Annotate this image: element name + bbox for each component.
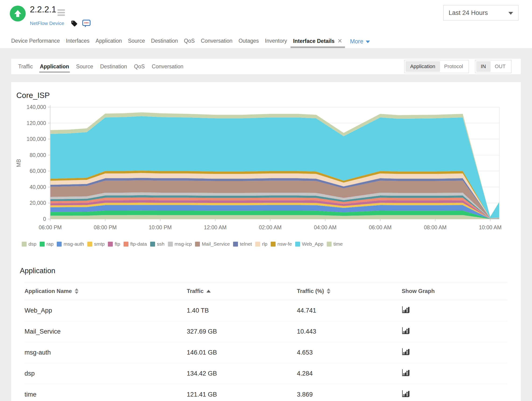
show-graph-button[interactable] <box>402 390 410 397</box>
table-row-mail-service: Mail_Service327.69 GB10.443 <box>25 321 507 342</box>
cell-application-name: msg-auth <box>25 349 187 356</box>
subtab-source[interactable]: Source <box>76 63 93 70</box>
tab-source[interactable]: Source <box>125 35 148 48</box>
tab-application[interactable]: Application <box>93 35 125 48</box>
legend-item-dsp[interactable]: dsp <box>22 241 36 247</box>
tab-destination[interactable]: Destination <box>148 35 181 48</box>
tab-inventory[interactable]: Inventory <box>262 35 290 48</box>
sort-ascending-icon[interactable] <box>206 290 211 293</box>
subtab-qos[interactable]: QoS <box>134 63 145 70</box>
legend-item-rlp[interactable]: rlp <box>255 241 267 247</box>
legend-swatch <box>108 242 113 247</box>
tab-interfaces[interactable]: Interfaces <box>63 35 93 48</box>
time-range-value: Last 24 Hours <box>449 9 488 17</box>
interface-details-card: Core_ISP 020,00040,00060,00080,000100,00… <box>11 82 521 401</box>
toggle-area: ApplicationProtocol INOUT <box>404 60 512 73</box>
x-tick-label: 06:00 PM <box>39 224 62 230</box>
y-tick-label: 80,000 <box>30 152 46 158</box>
show-graph-button[interactable] <box>402 348 410 356</box>
show-graph-button[interactable] <box>402 306 410 314</box>
legend-label: msg-auth <box>63 241 84 247</box>
sort-icon[interactable] <box>75 288 78 294</box>
table-header-row: Application Name Traffic Traffic (%) Sho… <box>25 282 507 300</box>
y-tick-label: 0 <box>43 216 46 222</box>
x-tick-label: 08:00 PM <box>94 224 117 230</box>
chart-legend: dsprapmsg-authsmtpftpftp-datasshmsg-icpM… <box>22 241 521 247</box>
legend-item-time[interactable]: time <box>327 241 343 247</box>
tag-icon[interactable] <box>71 20 78 28</box>
table-row-dsp: dsp134.42 GB4.284 <box>25 363 507 384</box>
cell-traffic-pct: 3.869 <box>297 391 402 398</box>
cell-application-name: Web_App <box>25 307 187 314</box>
legend-swatch <box>327 242 332 247</box>
view-protocol-button[interactable]: Protocol <box>440 61 468 72</box>
cell-traffic-pct: 10.443 <box>297 328 402 335</box>
subtab-conversation[interactable]: Conversation <box>152 63 184 70</box>
tab-qos[interactable]: QoS <box>181 35 198 48</box>
legend-item-ssh[interactable]: ssh <box>150 241 165 247</box>
sort-icon[interactable] <box>327 288 330 294</box>
cell-traffic: 327.69 GB <box>187 328 297 335</box>
column-header-traffic-pct[interactable]: Traffic (%) <box>297 288 402 294</box>
subtab-destination[interactable]: Destination <box>100 63 127 70</box>
device-menu-icon[interactable] <box>57 9 65 16</box>
legend-item-rap[interactable]: rap <box>40 241 53 247</box>
cell-traffic: 146.01 GB <box>187 349 297 356</box>
bar-chart-icon <box>402 348 410 356</box>
legend-swatch <box>233 242 238 247</box>
show-graph-button[interactable] <box>402 327 410 334</box>
view-application-button[interactable]: Application <box>406 61 440 72</box>
legend-item-mail-service[interactable]: Mail_Service <box>195 241 230 247</box>
legend-swatch <box>124 242 128 247</box>
legend-item-msg-auth[interactable]: msg-auth <box>57 241 84 247</box>
x-tick-label: 10:00 AM <box>479 224 502 230</box>
legend-label: Web_App <box>302 241 323 247</box>
show-graph-button[interactable] <box>402 369 410 376</box>
legend-item-telnet[interactable]: telnet <box>233 241 252 247</box>
column-header-show-graph: Show Graph <box>402 288 507 294</box>
subtab-traffic[interactable]: Traffic <box>18 63 33 70</box>
legend-swatch <box>271 242 276 247</box>
interface-subnav-card: TrafficApplicationSourceDestinationQoSCo… <box>11 59 521 74</box>
traffic-area-chart: 020,00040,00060,00080,000100,000120,0001… <box>11 101 521 239</box>
legend-item-web-app[interactable]: Web_App <box>295 241 323 247</box>
legend-swatch <box>255 242 260 247</box>
legend-label: ftp-data <box>130 241 147 247</box>
time-range-dropdown[interactable]: Last 24 Hours <box>443 5 519 20</box>
y-tick-label: 60,000 <box>30 168 46 174</box>
device-type-link[interactable]: NetFlow Device <box>30 20 64 26</box>
tab-conversation[interactable]: Conversation <box>198 35 236 48</box>
device-title: 2.2.2.1 <box>30 5 56 14</box>
x-tick-label: 12:00 AM <box>204 224 227 230</box>
tab-interface-details-label: Interface Details <box>293 38 335 44</box>
device-status-up-icon <box>10 6 26 21</box>
tab-interface-details[interactable]: Interface Details✕ <box>290 35 345 48</box>
column-header-application-name[interactable]: Application Name <box>25 288 187 294</box>
legend-swatch <box>150 242 155 247</box>
active-tab-underline <box>291 46 345 48</box>
legend-item-nsw-fe[interactable]: nsw-fe <box>271 241 292 247</box>
y-axis-label: MB <box>16 159 22 167</box>
direction-in-button[interactable]: IN <box>476 61 490 72</box>
app-header: 2.2.2.1 NetFlow Device Last 24 Hours <box>0 0 532 35</box>
subtab-application[interactable]: Application <box>40 63 69 70</box>
legend-item-ftp[interactable]: ftp <box>108 241 120 247</box>
legend-item-smtp[interactable]: smtp <box>87 241 105 247</box>
legend-item-ftp-data[interactable]: ftp-data <box>124 241 147 247</box>
x-tick-label: 06:00 AM <box>369 224 392 230</box>
nav-more-menu[interactable]: More <box>348 35 372 48</box>
legend-item-msg-icp[interactable]: msg-icp <box>168 241 192 247</box>
table-row-time: time121.41 GB3.869 <box>25 384 507 401</box>
tab-outages[interactable]: Outages <box>235 35 262 48</box>
close-icon[interactable]: ✕ <box>337 37 342 44</box>
legend-swatch <box>40 242 44 247</box>
column-header-traffic[interactable]: Traffic <box>187 288 297 294</box>
tab-device-performance[interactable]: Device Performance <box>8 35 63 48</box>
view-toggle-group: ApplicationProtocol <box>404 60 469 73</box>
x-tick-label: 10:00 PM <box>149 224 172 230</box>
direction-out-button[interactable]: OUT <box>490 61 510 72</box>
comment-icon[interactable] <box>82 20 91 28</box>
y-tick-label: 20,000 <box>30 200 46 206</box>
x-tick-label: 08:00 AM <box>424 224 447 230</box>
bar-chart-icon <box>402 390 410 397</box>
